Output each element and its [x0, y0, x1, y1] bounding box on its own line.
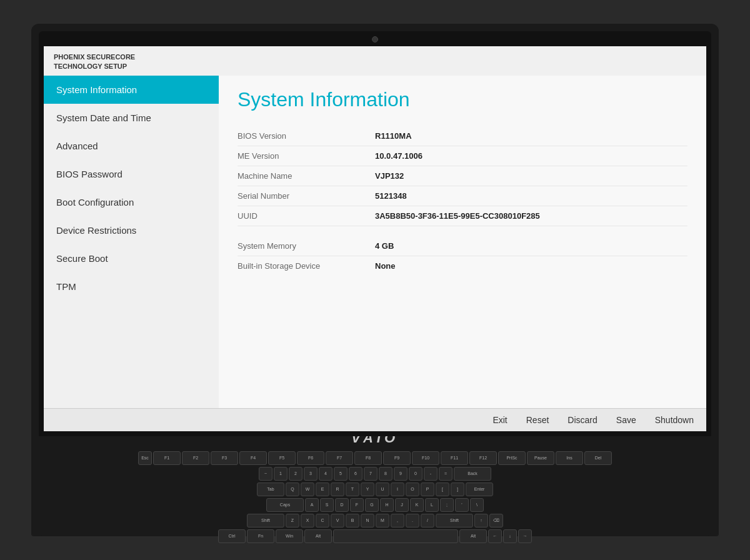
- key-l[interactable]: L: [425, 498, 439, 512]
- key-shift-l[interactable]: Shift: [247, 514, 284, 528]
- sidebar-item-advanced[interactable]: Advanced: [44, 132, 219, 160]
- sidebar-item-secure-boot[interactable]: Secure Boot: [44, 244, 219, 272]
- key-minus[interactable]: -: [424, 467, 438, 481]
- key-f4[interactable]: F4: [239, 451, 267, 465]
- key-n[interactable]: N: [361, 514, 374, 528]
- key-g[interactable]: G: [365, 498, 379, 512]
- key-backspace2[interactable]: ⌫: [489, 514, 503, 528]
- key-backspace[interactable]: Back: [454, 467, 491, 481]
- key-f[interactable]: F: [350, 498, 364, 512]
- content-title: System Information: [238, 88, 688, 111]
- key-5[interactable]: 5: [334, 467, 348, 481]
- key-equal[interactable]: =: [439, 467, 452, 481]
- key-6[interactable]: 6: [349, 467, 362, 481]
- key-alt-l[interactable]: Alt: [304, 529, 332, 543]
- sidebar-item-tpm[interactable]: TPM: [44, 272, 219, 301]
- key-7[interactable]: 7: [364, 467, 378, 481]
- key-comma[interactable]: ,: [391, 514, 404, 528]
- key-d[interactable]: D: [335, 498, 349, 512]
- key-down[interactable]: ↓: [503, 529, 517, 543]
- key-ctrl-l[interactable]: Ctrl: [218, 529, 246, 543]
- key-a[interactable]: A: [305, 498, 319, 512]
- key-e[interactable]: E: [316, 482, 329, 496]
- exit-button[interactable]: Exit: [492, 415, 507, 425]
- discard-button[interactable]: Discard: [568, 415, 597, 425]
- key-f10[interactable]: F10: [412, 451, 439, 465]
- key-m[interactable]: M: [376, 514, 389, 528]
- shutdown-button[interactable]: Shutdown: [655, 415, 694, 425]
- key-semi[interactable]: ;: [440, 498, 454, 512]
- sidebar-item-boot-configuration[interactable]: Boot Configuration: [44, 188, 219, 216]
- key-win[interactable]: Win: [276, 529, 303, 543]
- key-f2[interactable]: F2: [182, 451, 209, 465]
- key-f11[interactable]: F11: [441, 451, 468, 465]
- key-c[interactable]: C: [316, 514, 329, 528]
- sidebar-item-device-restrictions[interactable]: Device Restrictions: [44, 216, 219, 244]
- key-enter[interactable]: Enter: [466, 482, 493, 496]
- key-v[interactable]: V: [331, 514, 344, 528]
- key-insert[interactable]: Ins: [556, 451, 583, 465]
- key-backslash[interactable]: \: [470, 498, 484, 512]
- key-2[interactable]: 2: [289, 467, 302, 481]
- key-x[interactable]: X: [301, 514, 314, 528]
- value-me-version: 10.0.47.1006: [375, 151, 422, 161]
- key-k[interactable]: K: [410, 498, 424, 512]
- key-3[interactable]: 3: [304, 467, 318, 481]
- label-machine-name: Machine Name: [238, 171, 375, 181]
- key-left[interactable]: ←: [488, 529, 502, 543]
- value-storage: None: [375, 261, 396, 271]
- key-8[interactable]: 8: [379, 467, 392, 481]
- key-up[interactable]: ↑: [474, 514, 488, 528]
- key-w[interactable]: W: [301, 482, 314, 496]
- screen: PHOENIX SECURECORE TECHNOLOGY SETUP Syst…: [44, 46, 706, 431]
- key-1[interactable]: 1: [274, 467, 288, 481]
- key-f7[interactable]: F7: [326, 451, 353, 465]
- key-caps[interactable]: Caps: [266, 498, 304, 512]
- key-4[interactable]: 4: [319, 467, 332, 481]
- info-row-system-memory: System Memory 4 GB: [238, 236, 688, 256]
- key-quote[interactable]: ': [455, 498, 469, 512]
- key-bracket-r[interactable]: ]: [451, 482, 464, 496]
- key-esc[interactable]: Esc: [138, 451, 152, 465]
- key-slash[interactable]: /: [421, 514, 434, 528]
- key-u[interactable]: U: [376, 482, 389, 496]
- sidebar-item-system-information[interactable]: System Information: [44, 76, 219, 104]
- key-pause[interactable]: Pause: [527, 451, 554, 465]
- key-f3[interactable]: F3: [211, 451, 238, 465]
- key-s[interactable]: S: [320, 498, 334, 512]
- key-p[interactable]: P: [421, 482, 434, 496]
- key-shift-r[interactable]: Shift: [436, 514, 473, 528]
- key-prtsc[interactable]: PrtSc: [498, 451, 526, 465]
- key-f12[interactable]: F12: [469, 451, 497, 465]
- key-f6[interactable]: F6: [297, 451, 324, 465]
- key-h[interactable]: H: [380, 498, 394, 512]
- key-f5[interactable]: F5: [268, 451, 296, 465]
- key-9[interactable]: 9: [394, 467, 408, 481]
- key-alt-r[interactable]: Alt: [459, 529, 487, 543]
- key-0[interactable]: 0: [409, 467, 422, 481]
- key-right[interactable]: →: [518, 529, 532, 543]
- key-j[interactable]: J: [395, 498, 409, 512]
- key-r[interactable]: R: [331, 482, 344, 496]
- key-q[interactable]: Q: [286, 482, 299, 496]
- key-bracket-l[interactable]: [: [436, 482, 449, 496]
- key-tab[interactable]: Tab: [257, 482, 284, 496]
- key-t[interactable]: T: [346, 482, 359, 496]
- key-b[interactable]: B: [346, 514, 359, 528]
- key-y[interactable]: Y: [361, 482, 374, 496]
- key-f8[interactable]: F8: [354, 451, 382, 465]
- key-f1[interactable]: F1: [153, 451, 181, 465]
- sidebar-item-system-date-time[interactable]: System Date and Time: [44, 104, 219, 132]
- key-f9[interactable]: F9: [383, 451, 411, 465]
- reset-button[interactable]: Reset: [526, 415, 549, 425]
- key-z[interactable]: Z: [286, 514, 299, 528]
- key-space[interactable]: [333, 529, 458, 543]
- save-button[interactable]: Save: [616, 415, 636, 425]
- key-period[interactable]: .: [406, 514, 419, 528]
- key-fn[interactable]: Fn: [247, 529, 274, 543]
- key-delete[interactable]: Del: [584, 451, 612, 465]
- sidebar-item-bios-password[interactable]: BIOS Password: [44, 160, 219, 188]
- key-tilde[interactable]: ~: [259, 467, 272, 481]
- key-i[interactable]: I: [391, 482, 404, 496]
- key-o[interactable]: O: [406, 482, 419, 496]
